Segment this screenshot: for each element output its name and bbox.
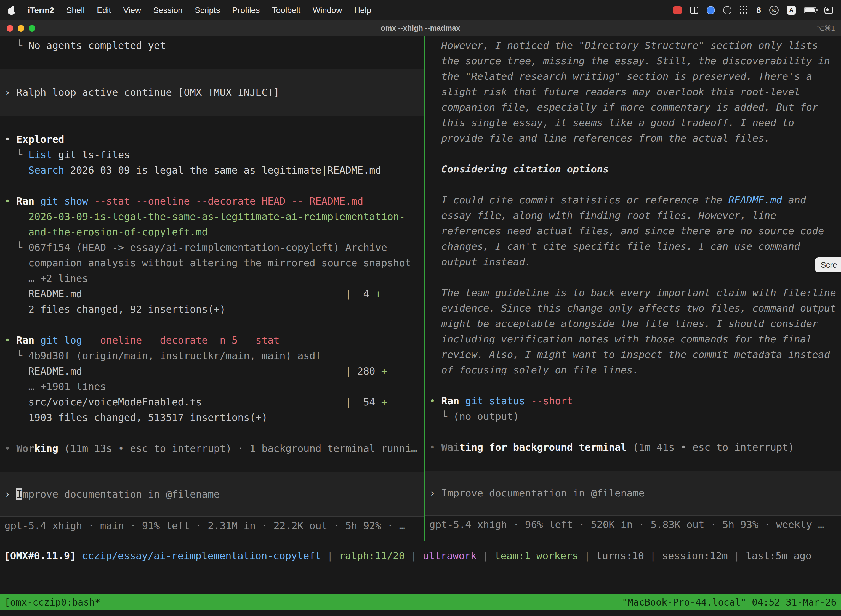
digit-status-icon[interactable]: 8 bbox=[756, 6, 761, 15]
ralph-inject-banner: › Ralph loop active continue [OMX_TMUX_I… bbox=[0, 69, 424, 116]
text-segment: I bbox=[16, 488, 22, 500]
terminal-line: › Improve documentation in @filename bbox=[4, 487, 424, 502]
gauge-icon[interactable]: 61 bbox=[769, 6, 779, 15]
text-segment: mprove documentation in @filename bbox=[22, 488, 220, 500]
text-segment: cczip/essay/ai-reimplementation-copyleft bbox=[82, 550, 321, 561]
dark-app-icon[interactable] bbox=[723, 6, 731, 14]
window-title-bar: omx --xhigh --madmax ⌥⌘1 bbox=[0, 21, 841, 37]
menu-item-edit[interactable]: Edit bbox=[97, 6, 111, 15]
screen-recording-icon[interactable] bbox=[673, 6, 682, 14]
text-segment: The team guideline is to back every impo… bbox=[429, 287, 836, 298]
text-segment: git show bbox=[40, 195, 88, 207]
menu-item-scripts[interactable]: Scripts bbox=[195, 6, 220, 15]
prompt-input-left[interactable]: › Improve documentation in @filename bbox=[0, 472, 424, 517]
terminal-line: Search 2026-03-09-is-legal-the-same-as-l… bbox=[4, 163, 424, 178]
text-segment: └ bbox=[429, 411, 453, 422]
text-segment: and-the-erosion-of-copyleft.md bbox=[28, 226, 208, 238]
terminal-line: • Working (11m 13s • esc to interrupt) ·… bbox=[4, 441, 424, 456]
text-segment: Wai bbox=[441, 441, 459, 453]
battery-icon[interactable] bbox=[804, 7, 816, 13]
tmux-session-label: [omx-cczip0:bash* bbox=[4, 597, 100, 608]
tmux-status-bar: [omx-cczip0:bash* "MacBook-Pro-44.local"… bbox=[0, 594, 841, 610]
terminal-line: › Ralph loop active continue [OMX_TMUX_I… bbox=[4, 85, 424, 100]
text-segment: this single essay, it seems like a good … bbox=[429, 117, 794, 128]
terminal-line: essay file, along with finding root file… bbox=[429, 208, 841, 223]
left-pane[interactable]: └ No agents completed yet › Ralph loop a… bbox=[0, 37, 424, 541]
terminal-line: Considering citation options bbox=[429, 161, 841, 177]
terminal-line: • Ran git show --stat --oneline --decora… bbox=[4, 194, 424, 209]
app-grid-icon[interactable] bbox=[740, 6, 748, 14]
menu-item-profiles[interactable]: Profiles bbox=[232, 6, 259, 15]
menu-item-session[interactable]: Session bbox=[153, 6, 183, 15]
text-segment: session:12m bbox=[662, 550, 728, 561]
text-segment: No agents completed yet bbox=[28, 40, 166, 51]
text-segment: turns:10 bbox=[596, 550, 644, 561]
text-segment: companion analysis without altering the … bbox=[4, 257, 411, 268]
text-segment: Ran bbox=[16, 334, 34, 346]
text-segment: • bbox=[429, 441, 441, 453]
text-segment: • bbox=[4, 195, 16, 207]
input-source-icon[interactable]: A bbox=[787, 6, 796, 15]
text-segment: However, I noticed the "Directory Struct… bbox=[429, 40, 818, 51]
terminal-line: slight risk that future readers may over… bbox=[429, 84, 841, 100]
terminal-line bbox=[4, 317, 424, 333]
menu-item-view[interactable]: View bbox=[123, 6, 141, 15]
text-segment: Ran bbox=[16, 195, 34, 207]
menu-item-toolbelt[interactable]: Toolbelt bbox=[272, 6, 300, 15]
model-status-left: gpt-5.4 xhigh · main · 91% left · 2.31M … bbox=[4, 518, 424, 534]
text-segment bbox=[4, 164, 28, 176]
terminal-line: • Ran git log --oneline --decorate -n 5 … bbox=[4, 333, 424, 348]
text-segment: and bbox=[782, 194, 806, 205]
apple-menu-icon[interactable] bbox=[8, 6, 15, 15]
text-segment: ultrawork bbox=[423, 550, 476, 561]
text-segment: git ls-files bbox=[52, 149, 130, 160]
blue-app-icon[interactable] bbox=[707, 6, 715, 14]
menu-item-window[interactable]: Window bbox=[313, 6, 342, 15]
text-segment: List bbox=[28, 149, 53, 160]
text-segment: the "Related research writing" section i… bbox=[429, 70, 812, 82]
control-center-icon[interactable] bbox=[825, 7, 833, 14]
text-segment: | 280 bbox=[82, 365, 381, 377]
text-segment: • bbox=[4, 133, 16, 145]
text-segment: • bbox=[4, 443, 16, 454]
text-segment: › bbox=[4, 87, 16, 98]
text-segment: of focusing solely on file lines. bbox=[429, 364, 639, 375]
menu-bar-left: iTerm2 Shell Edit View Session Scripts P… bbox=[8, 6, 371, 15]
text-segment: | 54 bbox=[202, 396, 381, 408]
menu-item-iterm2[interactable]: iTerm2 bbox=[28, 6, 54, 15]
menu-item-help[interactable]: Help bbox=[354, 6, 371, 15]
screen-share-button[interactable]: Scre bbox=[815, 258, 841, 273]
terminal-line: might be acceptable alongside the file l… bbox=[429, 316, 841, 331]
terminal-line: evidence. Since this change only affects… bbox=[429, 301, 841, 316]
text-segment: Ran bbox=[441, 395, 459, 406]
terminal-line: output instead. bbox=[429, 254, 841, 270]
text-segment: ralph:11/20 bbox=[339, 550, 405, 561]
text-segment: including verification notes with those … bbox=[429, 333, 812, 345]
text-segment: 2026-03-09-is-legal-the-same-as-legitima… bbox=[28, 211, 405, 222]
text-segment: + bbox=[375, 288, 381, 299]
terminal-line: 2026-03-09-is-legal-the-same-as-legitima… bbox=[4, 209, 424, 224]
menu-item-shell[interactable]: Shell bbox=[66, 6, 85, 15]
text-segment: └ bbox=[4, 40, 28, 51]
terminal-line: of focusing solely on file lines. bbox=[429, 362, 841, 378]
text-segment: the source tree, missing the essay. Stil… bbox=[429, 55, 830, 66]
terminal-line bbox=[429, 177, 841, 192]
text-segment: README.md bbox=[728, 194, 782, 205]
text-segment: (11m 13s • esc to interrupt) · 1 backgro… bbox=[58, 443, 417, 454]
text-segment: | bbox=[476, 550, 494, 561]
text-segment bbox=[4, 211, 28, 222]
prompt-input-right[interactable]: › Improve documentation in @filename bbox=[425, 471, 841, 516]
text-segment: 1903 files changed, 513517 insertions(+) bbox=[4, 412, 268, 423]
text-segment: git log bbox=[40, 334, 82, 346]
text-segment: Considering citation options bbox=[441, 163, 609, 175]
text-segment: 2 files changed, 92 insertions(+) bbox=[4, 304, 226, 315]
text-segment: › bbox=[4, 488, 16, 500]
terminal-line: └ 067f154 (HEAD -> essay/ai-reimplementa… bbox=[4, 240, 424, 255]
menu-bar: iTerm2 Shell Edit View Session Scripts P… bbox=[0, 0, 841, 21]
window-manager-icon[interactable] bbox=[690, 7, 698, 14]
text-segment: › bbox=[429, 487, 441, 499]
right-pane[interactable]: However, I noticed the "Directory Struct… bbox=[425, 37, 841, 541]
text-segment: slight risk that future readers may over… bbox=[429, 86, 800, 97]
text-segment: git status bbox=[465, 395, 525, 406]
terminal-line: └ 4b9d30f (origin/main, instructkr/main,… bbox=[4, 348, 424, 364]
